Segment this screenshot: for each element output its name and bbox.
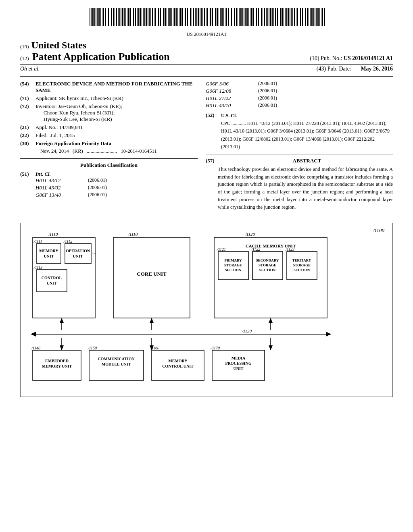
svg-rect-136 (304, 8, 304, 26)
svg-rect-70 (200, 8, 200, 26)
svg-marker-200 (326, 332, 331, 337)
int-class-code-1: H01L 43/12 (35, 177, 76, 184)
filed-content: Filed: Jul. 1, 2015 (35, 132, 198, 139)
svg-marker-195 (269, 318, 273, 323)
svg-text:UNIT: UNIT (44, 254, 54, 258)
foreign-label: (30) (20, 140, 32, 147)
svg-rect-47 (163, 8, 164, 26)
right-class-code-1: G06F 3/06 (206, 81, 246, 87)
svg-rect-55 (176, 8, 177, 26)
svg-rect-31 (138, 8, 139, 26)
header-section: (19) United States (12) Patent Applicati… (20, 40, 393, 72)
svg-rect-65 (192, 8, 192, 26)
us-cl-title: U.S. Cl. (221, 112, 393, 120)
svg-rect-85 (223, 8, 224, 26)
svg-rect-32 (140, 8, 141, 26)
svg-rect-44 (158, 8, 159, 26)
inventors-label: (72) (20, 103, 32, 123)
svg-rect-39 (150, 8, 151, 26)
svg-rect-15 (113, 8, 114, 26)
svg-rect-113 (267, 8, 268, 26)
us-cl-label: (52) (206, 112, 218, 151)
svg-rect-131 (296, 8, 296, 26)
svg-text:COMMUNICATION: COMMUNICATION (98, 357, 135, 361)
cpc-content: CPC ............ H01L 43/12 (2013.01); H… (221, 120, 393, 151)
svg-rect-37 (148, 8, 148, 26)
svg-rect-110 (263, 8, 263, 26)
svg-text:...: ... (92, 250, 96, 256)
svg-rect-94 (238, 8, 238, 26)
abstract-header-row: (57) ABSTRACT (206, 158, 393, 164)
fig-main-label: ∕1100 (373, 227, 384, 234)
svg-rect-134 (300, 8, 301, 26)
main-content: (54) ELECTRONIC DEVICE AND METHOD FOR FA… (20, 81, 393, 215)
svg-rect-17 (116, 8, 117, 26)
pub-no-value: US 2016/0149121 A1 (344, 55, 393, 61)
pub-number-header: US 20160149121A1 (20, 31, 393, 37)
appl-label: (21) (20, 124, 32, 131)
barcode-area (20, 8, 393, 30)
right-classes-table: G06F 3/06 (2006.01) G06F 12/08 (2006.01)… (206, 81, 393, 109)
svg-rect-27 (132, 8, 132, 26)
svg-rect-77 (210, 8, 211, 26)
inventors-prefix: Inventors: (35, 103, 57, 109)
right-class-code-4: H01L 43/10 (206, 102, 246, 109)
us-cl-section: (52) U.S. Cl. CPC ............ H01L 43/1… (206, 112, 393, 151)
svg-text:∕1160: ∕1160 (150, 346, 159, 350)
cpc-text: H01L 43/12 (2013.01); H01L 27/228 (2013.… (221, 121, 390, 150)
diagram-area: ∕1100 ∕1110 ∕1111 MEMORY UNIT ∕1112 OPER… (20, 223, 393, 397)
foreign-header: (30) Foreign Application Priority Data (20, 140, 198, 147)
svg-rect-137 (305, 8, 306, 26)
svg-rect-60 (184, 8, 184, 26)
title-label: (54) (20, 81, 32, 94)
svg-rect-90 (231, 8, 232, 26)
svg-rect-130 (294, 8, 295, 26)
svg-rect-29 (135, 8, 136, 26)
svg-rect-11 (107, 8, 107, 26)
int-cl-content: Int. Cl. H01L 43/12 (2006.01) H01L 43/02… (35, 171, 198, 202)
filed-label: (22) (20, 132, 32, 139)
svg-rect-40 (152, 8, 153, 26)
svg-rect-41 (154, 8, 154, 26)
svg-rect-21 (122, 8, 123, 26)
svg-rect-24 (127, 8, 127, 26)
pub-date-label: (43) Pub. Date: (317, 66, 351, 72)
appl-prefix: Appl. No.: (35, 124, 58, 130)
svg-rect-132 (297, 8, 298, 26)
svg-rect-139 (309, 8, 309, 26)
int-class-row-1: H01L 43/12 (2006.01) (35, 177, 198, 184)
svg-rect-128 (291, 8, 292, 26)
svg-rect-50 (168, 8, 169, 26)
svg-rect-169 (113, 237, 190, 318)
svg-rect-127 (290, 8, 290, 26)
svg-text:∕1112: ∕1112 (63, 239, 72, 243)
svg-rect-99 (245, 8, 246, 26)
svg-text:UNIT: UNIT (73, 254, 83, 258)
svg-rect-1 (91, 8, 92, 26)
filed-date: Jul. 1, 2015 (50, 132, 75, 138)
svg-text:UNIT: UNIT (233, 366, 243, 371)
foreign-dots: ........................ (87, 148, 117, 154)
svg-rect-98 (244, 8, 244, 26)
applicant-section: (71) Applicant: SK hynix Inc., Icheon-Si… (20, 95, 198, 102)
svg-rect-89 (230, 8, 230, 26)
svg-text:SECONDARY: SECONDARY (256, 258, 279, 262)
svg-text:∕1150: ∕1150 (88, 346, 97, 350)
svg-rect-26 (130, 8, 131, 26)
svg-text:MODULE UNIT: MODULE UNIT (102, 362, 131, 366)
svg-rect-117 (273, 8, 274, 26)
svg-rect-120 (279, 8, 279, 26)
svg-rect-123 (284, 8, 284, 26)
country-name: United States (31, 40, 87, 51)
svg-rect-35 (144, 8, 145, 26)
svg-rect-67 (195, 8, 196, 26)
svg-rect-140 (310, 8, 311, 26)
svg-text:∕1110: ∕1110 (48, 232, 58, 237)
svg-text:MEDIA: MEDIA (232, 356, 246, 360)
svg-marker-173 (150, 318, 154, 323)
svg-rect-5 (97, 8, 98, 26)
svg-rect-30 (137, 8, 138, 26)
svg-text:TERTIARY: TERTIARY (292, 258, 311, 262)
svg-text:∕1111: ∕1111 (33, 239, 42, 243)
int-cl-label: (51) (20, 171, 32, 202)
